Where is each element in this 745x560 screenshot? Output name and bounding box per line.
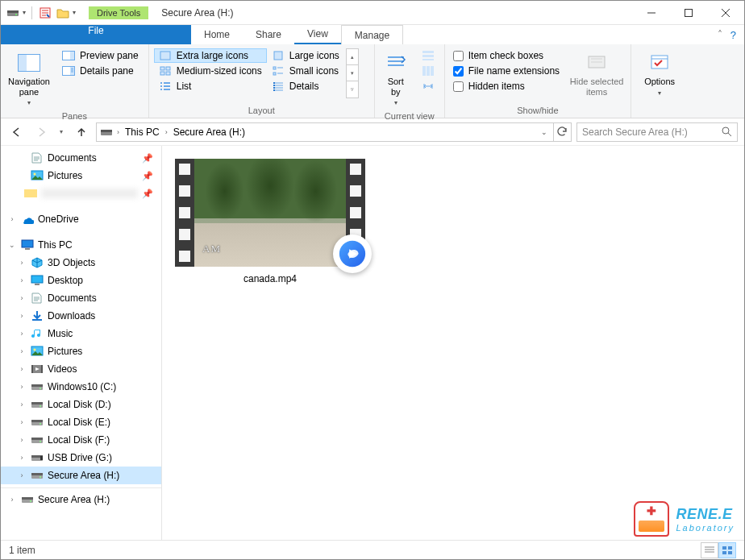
collapse-ribbon-icon[interactable]: ˄ [718, 29, 722, 40]
navigation-pane-button[interactable]: Navigation pane ▾ [6, 48, 52, 110]
expand-icon[interactable]: › [17, 312, 27, 320]
content-area[interactable]: AM canada.mp4 [162, 146, 744, 540]
tree-pc-item[interactable]: ›Local Disk (E:) [1, 413, 161, 431]
tree-pc-item[interactable]: ›Music [1, 325, 161, 342]
history-dropdown[interactable]: ▾ [56, 122, 67, 142]
details-view-button[interactable] [701, 542, 718, 558]
layout-large-button[interactable]: Large icons [267, 48, 344, 63]
tree-pc-item[interactable]: ›USB Drive (G:) [1, 449, 161, 467]
svg-point-31 [34, 173, 36, 176]
maximize-button[interactable] [670, 1, 707, 25]
options-button[interactable]: Options ▾ [636, 48, 683, 100]
expand-icon[interactable]: › [17, 400, 27, 409]
expand-icon[interactable]: › [17, 418, 27, 426]
tree-pc-item[interactable]: ›Desktop [1, 272, 161, 289]
tree-drive-item[interactable]: ›Secure Area (H:) [1, 487, 161, 508]
large-icons-view-button[interactable] [718, 542, 736, 558]
preview-pane-button[interactable]: Preview pane [57, 48, 144, 63]
expand-icon[interactable]: › [17, 276, 27, 284]
layout-gallery-spin[interactable]: ▴▾▿ [346, 48, 359, 98]
expand-icon[interactable]: › [17, 330, 27, 338]
layout-list-button[interactable]: List [154, 79, 267, 93]
navigation-tree[interactable]: Documents📌Pictures📌📌›OneDrive⌄This PC›3D… [1, 146, 162, 540]
group-by-button[interactable] [417, 48, 439, 63]
add-columns-button[interactable] [417, 64, 439, 78]
tree-pc-item[interactable]: ›Documents [1, 289, 161, 307]
expand-icon[interactable]: › [17, 294, 27, 302]
file-name-label[interactable]: canada.mp4 [243, 273, 297, 284]
tree-pc-item[interactable]: ›Local Disk (D:) [1, 396, 161, 413]
tree-quick-item[interactable]: Pictures📌 [1, 167, 161, 185]
tree-onedrive[interactable]: ›OneDrive [1, 210, 161, 228]
pin-icon: 📌 [142, 189, 158, 199]
expand-icon[interactable]: › [17, 454, 27, 462]
size-columns-icon [422, 81, 435, 92]
tree-label: Pictures [48, 346, 82, 357]
navigation-pane-icon [16, 52, 42, 74]
layout-details-button[interactable]: Details [267, 79, 344, 93]
back-button[interactable] [7, 122, 27, 142]
forward-button[interactable] [31, 122, 51, 142]
qat-dropdown-icon[interactable]: ▾ [23, 9, 26, 16]
hidden-items-toggle[interactable]: Hidden items [450, 79, 563, 93]
tree-pc-item[interactable]: ›Local Disk (F:) [1, 431, 161, 449]
chevron-right-icon[interactable]: › [114, 128, 122, 136]
new-folder-icon[interactable] [56, 6, 70, 20]
svg-point-2 [15, 14, 17, 15]
tree-pc-item[interactable]: ›Pictures [1, 342, 161, 360]
minimize-button[interactable] [633, 1, 670, 25]
sort-by-button[interactable]: Sort by ▾ [380, 48, 412, 110]
tree-this-pc[interactable]: ⌄This PC [1, 236, 161, 254]
file-item[interactable]: AM canada.mp4 [175, 159, 365, 284]
expand-icon[interactable]: › [17, 259, 27, 267]
tab-home[interactable]: Home [191, 25, 243, 44]
checkbox[interactable] [453, 81, 464, 92]
collapse-icon[interactable]: ⌄ [7, 241, 17, 249]
tree-quick-item[interactable]: 📌 [1, 185, 161, 202]
tree-pc-item[interactable]: ›Videos [1, 360, 161, 378]
help-icon[interactable]: ? [730, 29, 736, 41]
expand-icon[interactable]: › [7, 215, 17, 223]
layout-medium-button[interactable]: Medium-sized icons [154, 64, 267, 78]
checkbox[interactable] [453, 66, 464, 77]
item-check-boxes-toggle[interactable]: Item check boxes [450, 48, 563, 63]
brand-tagline: Laboratory [676, 523, 735, 533]
search-input[interactable]: Search Secure Area (H:) [576, 122, 738, 142]
tree-pc-item[interactable]: ›Downloads [1, 307, 161, 325]
expand-icon[interactable]: › [17, 471, 27, 479]
close-button[interactable] [707, 1, 744, 25]
breadcrumb[interactable]: › This PC › Secure Area (H:) ⌄ [96, 122, 554, 142]
tree-quick-item[interactable]: Documents📌 [1, 149, 161, 167]
doc-icon [31, 292, 44, 305]
hide-selected-button[interactable]: Hide selected items [568, 48, 626, 100]
extra-large-icons-icon [159, 50, 172, 61]
layout-extra-large-button[interactable]: Extra large icons [154, 48, 267, 63]
details-pane-button[interactable]: Details pane [57, 64, 144, 78]
expand-icon[interactable]: › [17, 436, 27, 444]
up-button[interactable] [72, 122, 91, 142]
svg-rect-8 [70, 52, 74, 60]
expand-icon[interactable]: › [17, 365, 27, 373]
size-columns-button[interactable] [417, 79, 439, 93]
tab-file[interactable]: File [1, 25, 191, 44]
tab-share[interactable]: Share [243, 25, 294, 44]
expand-icon[interactable]: › [17, 347, 27, 355]
expand-icon[interactable]: › [7, 496, 17, 504]
chevron-down-icon[interactable]: ⌄ [539, 128, 550, 136]
refresh-button[interactable] [554, 122, 572, 142]
tree-pc-item[interactable]: ›Secure Area (H:) [1, 467, 161, 484]
checkbox[interactable] [453, 51, 464, 61]
breadcrumb-segment[interactable]: Secure Area (H:) [172, 127, 247, 138]
breadcrumb-segment[interactable]: This PC [123, 127, 161, 138]
tab-view[interactable]: View [294, 25, 341, 44]
tree-pc-item[interactable]: ›3D Objects [1, 254, 161, 272]
expand-icon[interactable]: › [17, 383, 27, 391]
properties-icon[interactable] [38, 6, 52, 20]
tab-manage[interactable]: Manage [341, 25, 403, 44]
qat-customize-icon[interactable]: ▾ [73, 9, 76, 16]
layout-small-button[interactable]: Small icons [267, 64, 344, 78]
tree-pc-item[interactable]: ›Windows10 (C:) [1, 378, 161, 396]
svg-rect-28 [101, 130, 112, 132]
chevron-right-icon[interactable]: › [163, 128, 170, 136]
file-extensions-toggle[interactable]: File name extensions [450, 64, 563, 78]
